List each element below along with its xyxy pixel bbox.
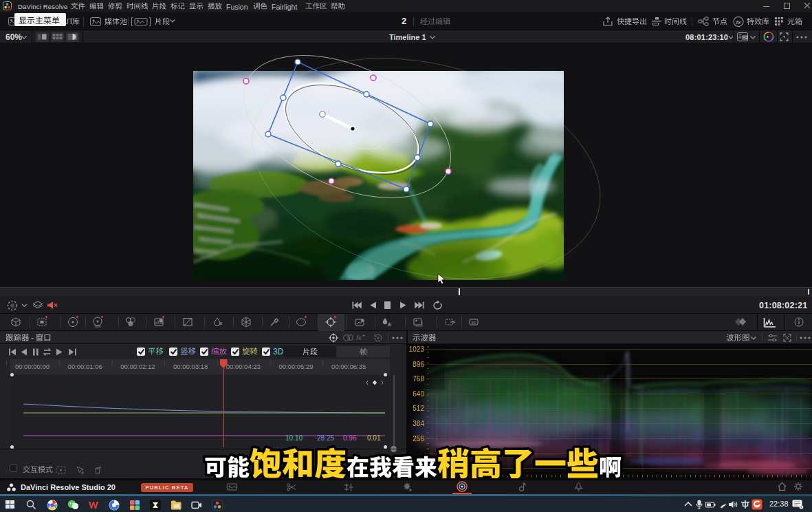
svg-text:1023: 1023 — [409, 345, 425, 353]
svg-text:3D: 3D — [471, 321, 476, 325]
svg-text:fx: fx — [356, 334, 362, 341]
svg-text:HDR: HDR — [94, 325, 101, 328]
svg-text:HQ: HQ — [743, 36, 747, 39]
svg-text:768: 768 — [413, 375, 424, 383]
svg-text:512: 512 — [413, 405, 424, 412]
svg-text:384: 384 — [413, 420, 424, 427]
svg-text:896: 896 — [413, 361, 424, 368]
svg-text:640: 640 — [413, 390, 424, 398]
svg-text:fx: fx — [736, 19, 741, 25]
